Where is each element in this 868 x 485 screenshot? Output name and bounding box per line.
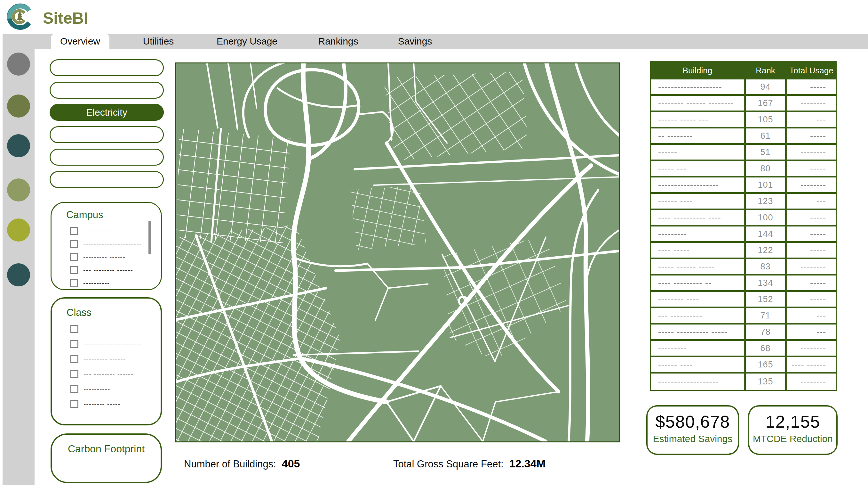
column-header-rank: Rank bbox=[744, 62, 787, 80]
checkbox-label: --------- ------ bbox=[84, 354, 126, 363]
table-row[interactable]: ------------------- 135 -------- bbox=[651, 373, 836, 390]
rank-cell: 144 bbox=[744, 227, 787, 241]
rail-dot-2[interactable] bbox=[7, 94, 30, 118]
rail-dot-3[interactable] bbox=[7, 134, 30, 157]
buildings-stat: Number of Buildings: 405 bbox=[184, 457, 300, 470]
utility-button-electricity[interactable]: Electricity bbox=[50, 104, 164, 121]
class-filter-item: ---------------------- bbox=[70, 339, 161, 349]
class-filter-item: --------- ------ bbox=[70, 354, 161, 364]
building-cell: --------- bbox=[651, 227, 744, 241]
table-row[interactable]: ------ ----- --- 105 --- bbox=[651, 112, 836, 129]
building-cell: ----- ---------- ----- bbox=[651, 324, 744, 339]
usage-cell: -------- bbox=[787, 96, 836, 111]
mtcde-reduction-label: MTCDE Reduction bbox=[749, 433, 836, 444]
checkbox[interactable] bbox=[70, 279, 78, 287]
rank-cell: 80 bbox=[744, 161, 787, 176]
table-row[interactable]: --------- 68 -------- bbox=[651, 341, 836, 357]
class-filter-title: Class bbox=[66, 307, 161, 318]
table-row[interactable]: ---- ----- 122 ----- bbox=[651, 243, 836, 259]
campus-filter-item: ---------- bbox=[70, 278, 161, 288]
tab-rankings[interactable]: Rankings bbox=[318, 34, 358, 49]
class-filter-item: ------------ bbox=[70, 323, 161, 334]
checkbox[interactable] bbox=[70, 400, 79, 408]
usage-cell: --- bbox=[787, 194, 836, 208]
table-row[interactable]: --------- 144 ----- bbox=[651, 227, 836, 243]
left-icon-rail bbox=[3, 34, 35, 485]
utility-button-1[interactable] bbox=[50, 59, 164, 76]
tab-utilities[interactable]: Utilities bbox=[143, 34, 174, 49]
building-cell: -------- ------ -------- bbox=[651, 96, 744, 111]
carbon-footprint-button[interactable]: Carbon Footprint bbox=[51, 433, 162, 483]
building-cell: -------------------- bbox=[651, 80, 744, 94]
campus-scrollbar[interactable] bbox=[149, 221, 151, 254]
table-row[interactable]: -------- ------ -------- 167 -------- bbox=[651, 96, 836, 112]
utility-button-6[interactable] bbox=[50, 171, 164, 188]
table-row[interactable]: ----- --- 80 ----- bbox=[651, 161, 836, 177]
table-row[interactable]: ------ 51 -------- bbox=[651, 145, 836, 161]
table-row[interactable]: ---- --------- -- 134 ----- bbox=[651, 276, 836, 292]
campus-filter-list: ------------ ---------------------- ----… bbox=[70, 226, 161, 288]
building-cell: ----- ------ ----- bbox=[651, 259, 744, 274]
rail-dot-6[interactable] bbox=[7, 263, 30, 286]
checkbox[interactable] bbox=[70, 266, 78, 274]
utility-button-5[interactable] bbox=[50, 149, 164, 166]
rail-dot-1[interactable] bbox=[7, 53, 30, 76]
rank-cell: 101 bbox=[744, 177, 787, 192]
estimated-savings-label: Estimated Savings bbox=[648, 433, 738, 444]
building-cell: ----- --- bbox=[651, 161, 744, 176]
checkbox[interactable] bbox=[70, 253, 78, 261]
checkbox-label: ---------------------- bbox=[83, 239, 142, 248]
utility-button-4[interactable] bbox=[50, 126, 164, 143]
rank-cell: 167 bbox=[744, 96, 787, 111]
usage-cell: -------- bbox=[787, 373, 836, 390]
checkbox[interactable] bbox=[70, 355, 79, 363]
checkbox-label: --------- ------ bbox=[83, 253, 125, 261]
table-row[interactable]: ----- ---------- ----- 78 --- bbox=[651, 324, 836, 341]
table-row[interactable]: ----- ------ ----- 83 -------- bbox=[651, 259, 836, 276]
tab-overview[interactable]: Overview bbox=[51, 34, 110, 49]
sqft-stat-value: 12.34M bbox=[509, 457, 546, 470]
utility-button-2[interactable] bbox=[50, 82, 164, 99]
checkbox[interactable] bbox=[70, 370, 79, 378]
rank-cell: 68 bbox=[744, 341, 787, 355]
table-row[interactable]: -- -------- 61 ----- bbox=[651, 129, 836, 145]
rankings-table-body: -------------------- 94 ----- -------- -… bbox=[651, 80, 836, 390]
table-row[interactable]: ---- ---------- ---- 100 ----- bbox=[651, 210, 836, 227]
rank-cell: 94 bbox=[744, 80, 787, 94]
building-cell: ---- ----- bbox=[651, 243, 744, 258]
usage-cell: --- bbox=[787, 324, 836, 339]
table-row[interactable]: ------ ---- 165 ---- ------ bbox=[651, 357, 836, 373]
tab-energy-usage[interactable]: Energy Usage bbox=[217, 34, 277, 49]
sqft-stat-label: Total Gross Square Feet: bbox=[393, 458, 504, 470]
campus-map-graphic bbox=[176, 63, 619, 441]
table-row[interactable]: -------------------- 94 ----- bbox=[651, 80, 836, 96]
class-filter-item: --- -------- ------ bbox=[70, 369, 161, 379]
checkbox-label: ---------- bbox=[84, 385, 110, 393]
checkbox[interactable] bbox=[70, 227, 78, 235]
usage-cell: ---- ------ bbox=[787, 357, 836, 372]
tab-savings[interactable]: Savings bbox=[398, 34, 432, 49]
usage-cell: ----- bbox=[787, 161, 836, 176]
buildings-stat-label: Number of Buildings: bbox=[184, 458, 276, 470]
table-row[interactable]: --- ---------- 71 --- bbox=[651, 308, 836, 324]
checkbox-label: --- -------- ------ bbox=[84, 370, 133, 378]
rail-dot-4[interactable] bbox=[7, 178, 30, 201]
rank-cell: 83 bbox=[744, 259, 787, 274]
checkbox[interactable] bbox=[70, 340, 79, 348]
rail-dot-5[interactable] bbox=[7, 219, 30, 241]
class-filter-item: ---------- bbox=[70, 384, 161, 394]
table-row[interactable]: -------- ---- 152 ----- bbox=[651, 292, 836, 308]
usage-cell: -------- bbox=[787, 145, 836, 160]
checkbox[interactable] bbox=[70, 325, 79, 333]
building-cell: ------ ---- bbox=[651, 194, 744, 208]
table-row[interactable]: ------------------- 101 -------- bbox=[651, 177, 836, 194]
checkbox[interactable] bbox=[70, 240, 78, 248]
checkbox-label: -------- ----- bbox=[84, 400, 120, 408]
rank-cell: 152 bbox=[744, 292, 787, 307]
checkbox[interactable] bbox=[70, 385, 79, 393]
rank-cell: 134 bbox=[744, 276, 787, 290]
rank-cell: 123 bbox=[744, 194, 787, 208]
campus-map[interactable] bbox=[175, 62, 620, 443]
rank-cell: 165 bbox=[744, 357, 787, 372]
table-row[interactable]: ------ ---- 123 --- bbox=[651, 194, 836, 210]
